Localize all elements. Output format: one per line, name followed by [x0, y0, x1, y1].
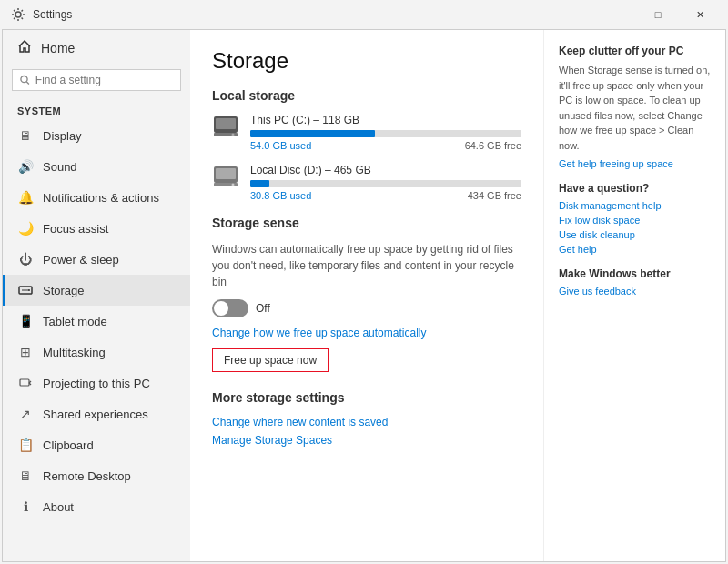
- notifications-icon: 🔔: [17, 189, 34, 206]
- sidebar-item-storage[interactable]: Storage: [3, 275, 190, 306]
- focus-label: Focus assist: [43, 222, 108, 236]
- storage-sense-title: Storage sense: [212, 216, 521, 230]
- close-button[interactable]: ✕: [679, 0, 721, 29]
- drive-c-item: This PC (C:) – 118 GB 54.0 GB used 64.6 …: [212, 114, 521, 151]
- display-label: Display: [43, 129, 82, 143]
- drive-c-bar-container: [250, 130, 521, 137]
- main-content: Storage Local storage This PC (C:) – 118…: [190, 30, 543, 561]
- titlebar: Settings ─ □ ✕: [0, 0, 728, 29]
- sidebar-home[interactable]: Home: [3, 30, 190, 65]
- sidebar-item-about[interactable]: ℹ About: [3, 491, 190, 522]
- change-content-link[interactable]: Change where new content is saved: [212, 416, 521, 428]
- tablet-label: Tablet mode: [43, 315, 107, 328]
- manage-spaces-link[interactable]: Manage Storage Spaces: [212, 434, 521, 447]
- sidebar-item-multitasking[interactable]: ⊞ Multitasking: [3, 337, 190, 368]
- use-cleanup-link[interactable]: Use disk cleanup: [559, 229, 711, 240]
- focus-icon: 🌙: [17, 220, 34, 237]
- svg-rect-10: [216, 118, 236, 129]
- feedback-link[interactable]: Give us feedback: [559, 286, 711, 297]
- drive-d-info: Local Disc (D:) – 465 GB 30.8 GB used 43…: [250, 164, 521, 201]
- minimize-button[interactable]: ─: [595, 0, 637, 29]
- home-label: Home: [41, 41, 75, 55]
- drive-d-free: 434 GB free: [468, 190, 521, 201]
- auto-change-link[interactable]: Change how we free up space automaticall…: [212, 327, 521, 339]
- svg-line-2: [26, 82, 29, 85]
- maximize-button[interactable]: □: [637, 0, 679, 29]
- shared-label: Shared experiences: [43, 408, 148, 421]
- storage-icon: [17, 282, 34, 298]
- titlebar-left: Settings: [11, 7, 72, 22]
- svg-point-12: [232, 134, 235, 136]
- sound-label: Sound: [43, 160, 77, 174]
- shared-icon: ↗: [17, 406, 34, 422]
- multitasking-label: Multitasking: [43, 346, 106, 359]
- page-title: Storage: [212, 48, 521, 74]
- sidebar-item-focus[interactable]: 🌙 Focus assist: [3, 213, 190, 244]
- keep-clutter-title: Keep clutter off your PC: [559, 45, 711, 57]
- settings-window: Home System 🖥 Display 🔊 Sound 🔔 Notifica…: [2, 29, 726, 562]
- drive-d-bar-container: [250, 180, 521, 187]
- toggle-knob: [214, 301, 228, 316]
- get-help-link[interactable]: Get help: [559, 244, 711, 255]
- remote-icon: 🖥: [17, 468, 34, 484]
- svg-point-1: [21, 76, 27, 83]
- multitasking-icon: ⊞: [17, 344, 34, 360]
- power-label: Power & sleep: [43, 253, 119, 267]
- drive-d-bar: [250, 180, 269, 187]
- sidebar-item-remote[interactable]: 🖥 Remote Desktop: [3, 460, 190, 491]
- more-settings-title: More storage settings: [212, 390, 521, 405]
- storage-label: Storage: [43, 284, 85, 297]
- make-better-title: Make Windows better: [559, 267, 711, 280]
- sidebar-item-tablet[interactable]: 📱 Tablet mode: [3, 306, 190, 337]
- more-settings-section: More storage settings Change where new c…: [212, 390, 521, 447]
- notifications-label: Notifications & actions: [43, 191, 159, 205]
- system-section-label: System: [3, 98, 190, 120]
- home-icon: [17, 39, 32, 56]
- local-storage-title: Local storage: [212, 88, 521, 103]
- have-question-title: Have a question?: [559, 182, 711, 195]
- sidebar-item-notifications[interactable]: 🔔 Notifications & actions: [3, 182, 190, 213]
- sound-icon: 🔊: [17, 158, 34, 175]
- sidebar-item-shared[interactable]: ↗ Shared experiences: [3, 398, 190, 429]
- free-up-space-button[interactable]: Free up space now: [212, 348, 329, 372]
- sidebar-item-power[interactable]: ⏻ Power & sleep: [3, 244, 190, 275]
- svg-rect-6: [20, 379, 29, 386]
- search-icon: [20, 75, 30, 86]
- storage-sense-desc: Windows can automatically free up space …: [212, 241, 521, 290]
- keep-clutter-desc: When Storage sense is turned on, it'll f…: [559, 63, 711, 153]
- drive-d-label: Local Disc (D:) – 465 GB: [250, 164, 521, 176]
- drive-d-used: 30.8 GB used: [250, 190, 311, 201]
- drive-c-stats: 54.0 GB used 64.6 GB free: [250, 140, 521, 151]
- about-icon: ℹ: [17, 499, 34, 515]
- sidebar-search-box[interactable]: [12, 69, 181, 91]
- drive-d-icon: [212, 164, 241, 189]
- titlebar-title: Settings: [33, 8, 72, 21]
- power-icon: ⏻: [17, 251, 34, 267]
- titlebar-controls: ─ □ ✕: [595, 0, 721, 29]
- storage-sense-toggle[interactable]: [212, 299, 248, 317]
- drive-d-item: Local Disc (D:) – 465 GB 30.8 GB used 43…: [212, 164, 521, 201]
- drive-c-info: This PC (C:) – 118 GB 54.0 GB used 64.6 …: [250, 114, 521, 151]
- projecting-icon: [17, 375, 34, 391]
- right-panel: Keep clutter off your PC When Storage se…: [543, 30, 725, 561]
- svg-point-0: [15, 12, 21, 17]
- storage-sense-toggle-row: Off: [212, 299, 521, 317]
- remote-label: Remote Desktop: [43, 469, 131, 483]
- svg-rect-14: [216, 168, 236, 179]
- storage-sense-section: Storage sense Windows can automatically …: [212, 216, 521, 376]
- drive-c-icon: [212, 114, 241, 139]
- tablet-icon: 📱: [17, 313, 34, 329]
- search-input[interactable]: [35, 74, 173, 86]
- drive-c-bar: [250, 130, 375, 137]
- projecting-label: Projecting to this PC: [43, 377, 150, 390]
- get-help-freeing-link[interactable]: Get help freeing up space: [559, 158, 711, 169]
- settings-icon: [11, 7, 25, 22]
- sidebar-item-display[interactable]: 🖥 Display: [3, 120, 190, 151]
- disk-management-link[interactable]: Disk management help: [559, 200, 711, 211]
- sidebar-item-sound[interactable]: 🔊 Sound: [3, 151, 190, 182]
- svg-point-16: [232, 184, 235, 186]
- fix-disk-link[interactable]: Fix low disk space: [559, 215, 711, 226]
- clipboard-icon: 📋: [17, 437, 34, 453]
- sidebar-item-clipboard[interactable]: 📋 Clipboard: [3, 429, 190, 460]
- sidebar-item-projecting[interactable]: Projecting to this PC: [3, 368, 190, 398]
